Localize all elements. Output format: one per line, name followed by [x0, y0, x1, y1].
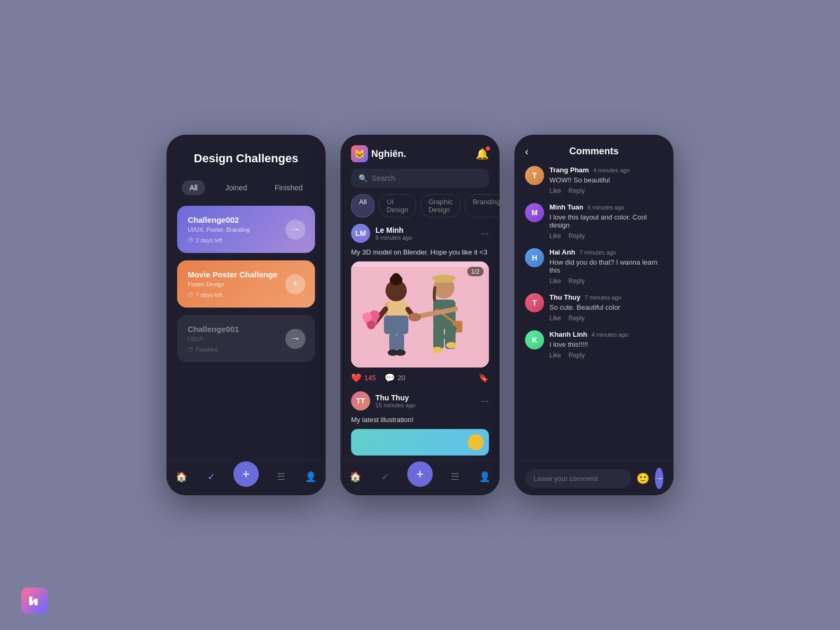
search-input[interactable] [372, 174, 482, 182]
svg-rect-18 [436, 275, 452, 283]
comment-time: 7 minutes ago [585, 294, 622, 301]
comment-time: 4 minutes ago [592, 331, 628, 338]
avatar: LM [351, 224, 370, 243]
comment-item: T Thu Thuy 7 minutes ago So cute. Beauti… [525, 293, 663, 322]
comment-count: 20 [398, 374, 405, 382]
reply-action[interactable]: Reply [568, 314, 585, 322]
post-item: LM Le Minh 8 minutes ago ··· My 3D model… [351, 224, 489, 383]
svg-rect-22 [433, 325, 444, 349]
svg-point-25 [432, 347, 443, 353]
filter-ui-design[interactable]: UI Design [379, 194, 416, 217]
tab-finished[interactable]: Finished [267, 180, 310, 195]
app-logo: 🐱 Nghiên. [351, 145, 406, 162]
bottom-logo [21, 588, 48, 614]
clock-icon: ⏱ [188, 237, 194, 243]
nav-challenges[interactable]: ✓ [204, 469, 218, 484]
challenge-list: Challenge002 UI/UX, Poster, Branding ⏱ 2… [167, 202, 326, 460]
send-button[interactable]: → [655, 468, 663, 489]
comment-text: I love this!!!!! [549, 340, 663, 348]
search-bar[interactable]: 🔍 [351, 169, 489, 188]
post-user-info: Le Minh 8 minutes ago [375, 226, 481, 241]
notification-bell[interactable]: 🔔 [476, 147, 489, 160]
nav-profile[interactable]: 👤 [477, 469, 492, 484]
comment-actions: Like Reply [549, 232, 663, 240]
like-action[interactable]: Like [549, 232, 561, 240]
comment-body: Khanh Linh 4 minutes ago I love this!!!!… [549, 330, 663, 359]
like-action[interactable]: Like [549, 187, 561, 195]
avatar: T [525, 166, 544, 185]
like-action[interactable]: Like [549, 314, 561, 322]
bottom-navigation: 🏠 ✓ + ☰ 👤 [340, 460, 500, 495]
post-more-button[interactable]: ··· [481, 396, 489, 407]
comments-header: ‹ Comments [514, 135, 673, 166]
svg-rect-7 [389, 333, 397, 352]
challenge-card-2[interactable]: Movie Poster Challenge Poster Design ⏱ 7… [177, 260, 315, 308]
nav-home[interactable]: 🏠 [174, 469, 189, 484]
like-button[interactable]: ❤️ 145 [351, 373, 376, 383]
card-arrow-button[interactable]: → [285, 220, 305, 240]
comment-body: Thu Thuy 7 minutes ago So cute. Beautifu… [549, 293, 663, 322]
category-filter: All UI Design Graphic Design Branding [340, 194, 500, 224]
tab-joined[interactable]: Joined [218, 180, 255, 195]
challenge-card-3[interactable]: Challenge001 UI/UX ⏱ Finished → [177, 315, 315, 362]
comment-body: Minh Tuan 6 minutes ago I love this layo… [549, 203, 663, 240]
post-user-info: Thu Thuy 15 minutes ago [375, 393, 481, 408]
reply-action[interactable]: Reply [568, 187, 585, 195]
comment-item: K Khanh Linh 4 minutes ago I love this!!… [525, 330, 663, 359]
page-title: Design Challenges [179, 152, 313, 165]
comment-meta: Hai Anh 7 minutes ago [549, 248, 663, 256]
bookmark-button[interactable]: 🔖 [478, 373, 489, 383]
comment-body: Hai Anh 7 minutes ago How did you do tha… [549, 248, 663, 285]
like-action[interactable]: Like [549, 352, 561, 359]
back-button[interactable]: ‹ [525, 145, 529, 158]
filter-tabs: All Joined Finished [167, 174, 326, 202]
comment-text: So cute. Beautiful color [549, 303, 663, 311]
svg-point-26 [446, 342, 457, 348]
comment-button[interactable]: 💬 20 [384, 373, 405, 383]
reply-action[interactable]: Reply [568, 232, 585, 240]
filter-branding[interactable]: Branding [465, 194, 500, 217]
nav-create[interactable]: + [407, 461, 433, 487]
post-time: 8 minutes ago [375, 234, 481, 241]
filter-graphic-design[interactable]: Graphic Design [421, 194, 461, 217]
screen-design-challenges: Design Challenges All Joined Finished Ch… [167, 135, 326, 495]
post-text: My 3D model on Blender. Hope you like it… [351, 248, 489, 256]
nav-challenges[interactable]: ✓ [378, 469, 392, 484]
post-illustration [351, 261, 489, 368]
tab-all[interactable]: All [182, 180, 205, 195]
reply-action[interactable]: Reply [568, 277, 585, 285]
comment-input[interactable] [525, 469, 631, 488]
post-header: TT Thu Thuy 15 minutes ago ··· [351, 391, 489, 410]
bottom-navigation: 🏠 ✓ + ☰ 👤 [167, 460, 326, 495]
nav-home[interactable]: 🏠 [348, 469, 363, 484]
image-counter: 1/2 [467, 267, 484, 276]
card-arrow-button[interactable]: → [285, 329, 305, 349]
post-more-button[interactable]: ··· [481, 228, 489, 239]
challenge-card-1[interactable]: Challenge002 UI/UX, Poster, Branding ⏱ 2… [177, 206, 315, 253]
comment-actions: Like Reply [549, 187, 663, 195]
card-plus-button[interactable]: + [285, 274, 305, 294]
like-action[interactable]: Like [549, 277, 561, 285]
svg-point-10 [395, 349, 406, 356]
commenter-name: Hai Anh [549, 248, 575, 256]
search-icon: 🔍 [358, 174, 368, 182]
svg-rect-8 [397, 333, 404, 352]
emoji-button[interactable]: 🙂 [636, 472, 650, 485]
logo-text: Nghiên. [371, 148, 406, 160]
post-actions: ❤️ 145 💬 20 🔖 [351, 373, 489, 383]
nav-create[interactable]: + [233, 461, 259, 487]
commenter-name: Khanh Linh [549, 330, 588, 338]
filter-all[interactable]: All [351, 194, 374, 217]
comment-actions: Like Reply [549, 314, 663, 322]
nav-feed[interactable]: ☰ [274, 469, 288, 484]
comment-icon: 💬 [384, 373, 395, 383]
comment-actions: Like Reply [549, 277, 663, 285]
comment-time: 6 minutes ago [588, 204, 624, 211]
comment-meta: Thu Thuy 7 minutes ago [549, 293, 663, 301]
comment-item: T Trang Pham 4 minutes ago WOW!! So beau… [525, 166, 663, 195]
svg-point-3 [392, 273, 400, 282]
reply-action[interactable]: Reply [568, 352, 585, 359]
nav-feed[interactable]: ☰ [448, 469, 462, 484]
nav-profile[interactable]: 👤 [303, 469, 318, 484]
card-time: ⏱ 7 days left [188, 292, 304, 298]
